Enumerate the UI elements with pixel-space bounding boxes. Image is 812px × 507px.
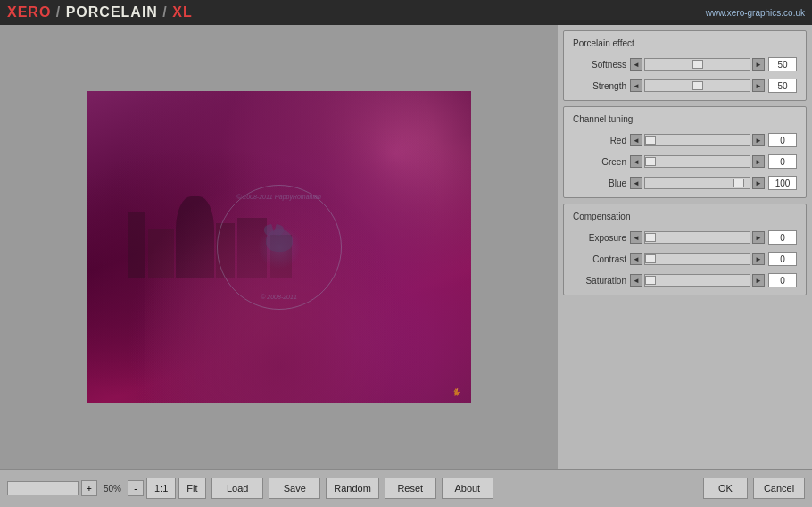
channel-section-title: Channel tuning	[573, 114, 797, 124]
watermark-text: © 2008-2011 HappyRomanian	[226, 193, 333, 201]
mascot-icon	[257, 225, 302, 270]
saturation-thumb[interactable]	[645, 276, 656, 285]
contrast-slider-container: ◄ ►	[630, 253, 765, 265]
exposure-row: Exposure ◄ ► 0	[573, 230, 797, 245]
ok-button[interactable]: OK	[703, 478, 748, 499]
red-row: Red ◄ ► 0	[573, 133, 797, 147]
compensation-section: Compensation Exposure ◄ ► 0 Contrast ◄	[563, 204, 807, 295]
softness-value[interactable]: 50	[768, 57, 797, 71]
zoom-minus-button[interactable]: -	[128, 480, 144, 496]
watermark-text-bottom: © 2008-2011	[226, 293, 333, 301]
contrast-track[interactable]	[644, 253, 750, 265]
website-url: www.xero-graphics.co.uk	[706, 8, 805, 18]
zoom-1to1-button[interactable]: 1:1	[146, 478, 176, 499]
softness-label: Softness	[573, 60, 626, 70]
red-slider-container: ◄ ►	[630, 134, 765, 146]
zoom-plus-button[interactable]: +	[81, 480, 97, 496]
saturation-right-arrow[interactable]: ►	[752, 274, 765, 287]
strength-value[interactable]: 50	[768, 79, 797, 93]
red-left-arrow[interactable]: ◄	[630, 134, 642, 146]
contrast-right-arrow[interactable]: ►	[752, 253, 765, 265]
green-track[interactable]	[644, 155, 750, 168]
strength-row: Strength ◄ ► 50	[573, 79, 797, 93]
blue-thumb[interactable]	[733, 179, 744, 187]
saturation-track[interactable]	[644, 274, 750, 287]
red-track[interactable]	[644, 134, 750, 146]
load-button[interactable]: Load	[211, 478, 263, 499]
save-button[interactable]: Save	[269, 478, 320, 499]
red-value[interactable]: 0	[768, 133, 797, 147]
blue-left-arrow[interactable]: ◄	[630, 177, 642, 189]
reset-button[interactable]: Reset	[385, 478, 436, 499]
zoom-fit-button[interactable]: Fit	[178, 478, 205, 499]
main-area: © 2008-2011 HappyRomanian © 2008-2011 🐈 …	[0, 25, 812, 469]
green-slider-container: ◄ ►	[630, 155, 765, 168]
title-bar: XERO / PORCELAIN / XL www.xero-graphics.…	[0, 0, 812, 25]
red-right-arrow[interactable]: ►	[752, 134, 765, 146]
random-button[interactable]: Random	[326, 478, 379, 499]
green-right-arrow[interactable]: ►	[752, 155, 765, 168]
contrast-thumb[interactable]	[645, 254, 656, 263]
porcelain-section: Porcelain effect Softness ◄ ► 50 Strengt…	[563, 30, 807, 101]
exposure-right-arrow[interactable]: ►	[752, 231, 765, 244]
ok-cancel-area: OK Cancel	[703, 478, 805, 499]
exposure-slider-container: ◄ ►	[630, 231, 765, 244]
blue-value[interactable]: 100	[768, 176, 797, 190]
softness-track[interactable]	[644, 58, 750, 71]
strength-left-arrow[interactable]: ◄	[630, 79, 642, 92]
red-label: Red	[573, 136, 626, 145]
exposure-label: Exposure	[573, 233, 626, 243]
preview-area: © 2008-2011 HappyRomanian © 2008-2011 🐈	[0, 25, 558, 469]
cancel-button[interactable]: Cancel	[753, 478, 805, 499]
strength-slider-container: ◄ ►	[630, 79, 765, 92]
zoom-bar	[7, 481, 79, 495]
green-value[interactable]: 0	[768, 154, 797, 169]
strength-label: Strength	[573, 81, 626, 91]
exposure-track[interactable]	[644, 231, 750, 244]
exposure-value[interactable]: 0	[768, 230, 797, 245]
watermark: © 2008-2011 HappyRomanian © 2008-2011	[208, 176, 351, 319]
saturation-value[interactable]: 0	[768, 273, 797, 287]
exposure-thumb[interactable]	[645, 233, 656, 242]
strength-thumb[interactable]	[692, 81, 703, 90]
app-title: XERO / PORCELAIN / XL	[7, 4, 193, 21]
softness-right-arrow[interactable]: ►	[752, 58, 765, 71]
red-thumb[interactable]	[645, 136, 656, 145]
channel-section: Channel tuning Red ◄ ► 0 Green ◄	[563, 106, 807, 198]
softness-slider-container: ◄ ►	[630, 58, 765, 71]
blue-track[interactable]	[644, 177, 750, 189]
softness-row: Softness ◄ ► 50	[573, 57, 797, 71]
strength-track[interactable]	[644, 79, 750, 92]
saturation-slider-container: ◄ ►	[630, 274, 765, 287]
zoom-level-label: 50%	[100, 484, 125, 494]
saturation-left-arrow[interactable]: ◄	[630, 274, 642, 287]
green-left-arrow[interactable]: ◄	[630, 155, 642, 168]
softness-left-arrow[interactable]: ◄	[630, 58, 642, 71]
bottom-toolbar: + 50% - 1:1 Fit Load Save Random Reset A…	[0, 469, 812, 507]
watermark-circle: © 2008-2011 HappyRomanian © 2008-2011	[217, 185, 342, 310]
exposure-left-arrow[interactable]: ◄	[630, 231, 642, 244]
blue-right-arrow[interactable]: ►	[752, 177, 765, 189]
blue-label: Blue	[573, 179, 626, 188]
title-xero: XERO	[7, 4, 51, 20]
zoom-area: + 50% - 1:1 Fit	[7, 478, 206, 499]
green-label: Green	[573, 157, 626, 167]
contrast-value[interactable]: 0	[768, 252, 797, 266]
blue-slider-container: ◄ ►	[630, 177, 765, 189]
contrast-row: Contrast ◄ ► 0	[573, 252, 797, 266]
blue-row: Blue ◄ ► 100	[573, 176, 797, 190]
saturation-row: Saturation ◄ ► 0	[573, 273, 797, 287]
right-panel: Porcelain effect Softness ◄ ► 50 Strengt…	[558, 25, 812, 469]
cat-watermark: 🐈	[452, 388, 460, 396]
softness-thumb[interactable]	[692, 60, 703, 69]
contrast-left-arrow[interactable]: ◄	[630, 253, 642, 265]
strength-right-arrow[interactable]: ►	[752, 79, 765, 92]
image-preview: © 2008-2011 HappyRomanian © 2008-2011 🐈	[87, 91, 471, 403]
saturation-label: Saturation	[573, 276, 626, 286]
porcelain-section-title: Porcelain effect	[573, 38, 797, 48]
about-button[interactable]: About	[442, 478, 493, 499]
green-thumb[interactable]	[645, 157, 656, 166]
green-row: Green ◄ ► 0	[573, 154, 797, 169]
compensation-section-title: Compensation	[573, 212, 797, 221]
contrast-label: Contrast	[573, 254, 626, 264]
